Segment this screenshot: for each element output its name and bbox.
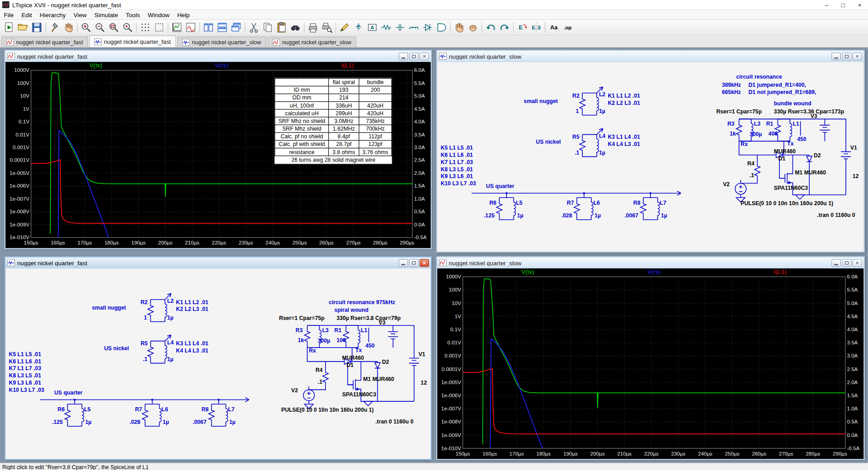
- schematic-label[interactable]: K8 L3 L5 .01: [9, 372, 42, 379]
- schematic-label[interactable]: bundle wound: [774, 100, 811, 107]
- schematic-label[interactable]: .125: [484, 212, 495, 219]
- maximize-button[interactable]: [409, 52, 419, 60]
- schematic-label[interactable]: .1: [318, 379, 322, 385]
- schematic-label[interactable]: K7 L1 L7 .03: [441, 159, 473, 165]
- schematic-label[interactable]: K6 L1 L6 .01: [9, 358, 42, 365]
- open-icon[interactable]: [16, 21, 30, 34]
- close-button[interactable]: ×: [853, 259, 862, 267]
- schematic-label[interactable]: D2: [382, 359, 389, 365]
- schematic-label[interactable]: 1µ: [661, 212, 667, 219]
- schematic-label[interactable]: K6 L1 L6 .01: [441, 152, 473, 158]
- schematic-label[interactable]: K10 L3 L7 .03: [441, 180, 476, 187]
- schematic-label[interactable]: .1: [750, 172, 754, 179]
- autorange-icon[interactable]: [170, 21, 184, 34]
- schematic-label[interactable]: 12: [853, 173, 859, 179]
- trace-label[interactable]: V(rx): [215, 62, 228, 69]
- schematic-label[interactable]: R3: [296, 327, 303, 334]
- schematic-label[interactable]: L3: [322, 327, 329, 334]
- schematic-label[interactable]: 1µ: [167, 315, 174, 321]
- minimize-button[interactable]: [399, 52, 408, 60]
- schematic-label[interactable]: D2: [814, 152, 821, 159]
- schematic-label[interactable]: V3: [379, 320, 386, 326]
- diode-icon[interactable]: [421, 21, 435, 34]
- schematic-label[interactable]: V1: [419, 351, 425, 357]
- schematic-label[interactable]: .1: [143, 356, 147, 362]
- schematic-label[interactable]: 1k: [730, 131, 736, 137]
- schematic-label[interactable]: K8 L3 L5 .01: [441, 166, 473, 173]
- save-icon[interactable]: [30, 21, 44, 34]
- tab-1[interactable]: nugget nickel quarter_fast: [1, 37, 88, 47]
- schematic-label[interactable]: 1µ: [517, 212, 524, 219]
- tab-3[interactable]: nugget nickel quarter_slow: [177, 37, 266, 47]
- window-titlebar[interactable]: nugget nickel quarter_fast ×: [5, 51, 430, 62]
- trace-label[interactable]: I(L1): [774, 268, 787, 275]
- redo-icon[interactable]: [498, 21, 512, 34]
- schematic-label[interactable]: .028: [130, 419, 141, 425]
- schematic-label[interactable]: .028: [561, 212, 572, 219]
- schematic-label[interactable]: PULSE(0 10 0 10n 10n 160u 200u 1): [741, 200, 833, 207]
- schematic-label[interactable]: 330µ Rser=3.8 Cpar=79p: [336, 315, 401, 321]
- cascade-icon[interactable]: [229, 21, 243, 34]
- schematic-label[interactable]: 400: [769, 131, 778, 137]
- maximize-button[interactable]: [842, 52, 851, 60]
- schematic-label[interactable]: K7 L1 L7 .03: [9, 366, 42, 372]
- schematic-label[interactable]: 450: [365, 343, 375, 349]
- cut-icon[interactable]: [247, 21, 261, 34]
- schematic-label[interactable]: .125: [52, 419, 63, 425]
- inductor-icon[interactable]: [407, 21, 421, 34]
- schematic-label[interactable]: .tran 0 1160u 0: [817, 212, 855, 218]
- schematic-label[interactable]: SPA11N60C3: [342, 391, 376, 398]
- app-close-button[interactable]: ×: [851, 0, 868, 9]
- schematic-label[interactable]: K3 L1 L4 .01: [176, 340, 208, 347]
- schematic-label[interactable]: L7: [660, 200, 666, 206]
- schematic-label[interactable]: 100: [336, 337, 346, 343]
- mirror-icon[interactable]: EE: [529, 21, 543, 34]
- schematic-label[interactable]: US nickel: [536, 139, 561, 145]
- schematic-pane[interactable]: small nuggetR21L21µK1 L1 L2 .01K2 L2 L3 …: [437, 62, 863, 251]
- zoom-fit-icon[interactable]: [121, 21, 135, 34]
- minimize-button[interactable]: [831, 259, 841, 267]
- schematic-canvas[interactable]: small nuggetR21L21µK1 L1 L2 .01K2 L2 L3 …: [437, 62, 863, 251]
- schematic-label[interactable]: K5 L1 L5 .01: [9, 351, 42, 357]
- schematic-label[interactable]: 1µ: [85, 419, 92, 425]
- schematic-label[interactable]: R5: [141, 340, 148, 347]
- schematic-label[interactable]: 1µ: [594, 212, 601, 219]
- maximize-button[interactable]: [842, 259, 851, 267]
- tab-4[interactable]: nugget nickel quarter_slow: [267, 37, 356, 47]
- schematic-label[interactable]: V2: [291, 388, 298, 394]
- schematic-label[interactable]: V2: [723, 181, 730, 188]
- schematic-label[interactable]: L6: [594, 200, 600, 206]
- unconnected-icon[interactable]: [152, 21, 166, 34]
- print-icon[interactable]: [306, 21, 320, 34]
- schematic-pane[interactable]: small nuggetR21L21µK1 L1 L2 .01K2 L2 L3 …: [5, 268, 430, 459]
- zoom-area-icon[interactable]: [107, 21, 121, 34]
- ground-icon[interactable]: [352, 21, 366, 34]
- window-titlebar[interactable]: nugget nickel quarter_slow ×: [437, 258, 863, 268]
- schematic-label[interactable]: 1µ: [229, 419, 236, 425]
- schematic-label[interactable]: L2: [167, 298, 174, 304]
- waveform-pane[interactable]: 1000V100V10V1V0.1V0.01V0.001V0.0001V1e-0…: [437, 268, 863, 459]
- schematic-label[interactable]: K2 L2 L3 .01: [608, 100, 640, 106]
- schematic-label[interactable]: R1: [335, 327, 342, 334]
- menu-item-hierarchy[interactable]: Hierarchy: [36, 10, 70, 19]
- schematic-label[interactable]: R2: [141, 299, 148, 306]
- menu-item-simulate[interactable]: Simulate: [90, 10, 122, 19]
- schematic-label[interactable]: L7: [228, 406, 234, 413]
- schematic-label[interactable]: K4 L4 L3 .01: [608, 141, 640, 147]
- schematic-label[interactable]: .0067: [624, 212, 638, 219]
- undo-icon[interactable]: [484, 21, 498, 34]
- schematic-label[interactable]: Rx: [309, 348, 316, 354]
- schematic-label[interactable]: K9 L3 L6 .01: [441, 173, 473, 179]
- schematic-label[interactable]: Rser=1 Cpar=75p: [279, 315, 325, 321]
- trace-label[interactable]: V(tx): [90, 62, 102, 69]
- op-icon[interactable]: .op: [561, 21, 575, 34]
- schematic-label[interactable]: L4: [167, 339, 174, 346]
- capacitor-icon[interactable]: [393, 21, 407, 34]
- schematic-label[interactable]: M1 MUR460: [795, 169, 826, 176]
- schematic-label[interactable]: 1µ: [599, 150, 605, 156]
- run-icon[interactable]: [2, 21, 16, 34]
- menu-item-edit[interactable]: Edit: [18, 10, 36, 19]
- schematic-label[interactable]: 450: [797, 136, 807, 142]
- schematic-label[interactable]: K5 L1 L5 .01: [441, 145, 473, 151]
- schematic-label[interactable]: D1: [347, 362, 354, 368]
